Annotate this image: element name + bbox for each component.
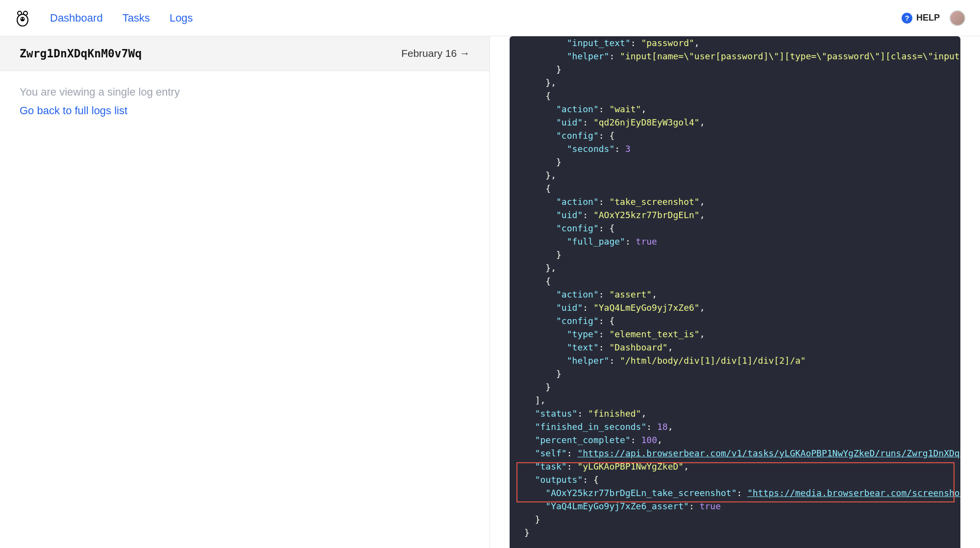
info-text: You are viewing a single log entry [20,86,470,99]
right-panel: "input_text": "password", "helper": "inp… [490,36,980,548]
code-block[interactable]: "input_text": "password", "helper": "inp… [510,36,960,548]
nav-dashboard[interactable]: Dashboard [50,12,103,25]
help-link[interactable]: ? HELP [902,13,940,24]
nav-right: ? HELP [902,10,965,26]
avatar[interactable] [950,10,965,26]
log-header: Zwrg1DnXDqKnM0v7Wq February 16 → [0,36,490,71]
back-link[interactable]: Go back to full logs list [20,104,127,117]
content: Zwrg1DnXDqKnM0v7Wq February 16 → You are… [0,36,980,548]
svg-point-5 [23,18,24,19]
top-navigation: Dashboard Tasks Logs ? HELP [0,0,980,36]
nav-logs[interactable]: Logs [170,12,193,25]
bear-logo-icon [16,9,29,27]
help-icon: ? [902,13,912,24]
svg-point-4 [21,18,22,19]
nav-links: Dashboard Tasks Logs [50,12,193,25]
code-pre: "input_text": "password", "helper": "inp… [524,36,946,539]
logo[interactable] [15,8,30,28]
log-date[interactable]: February 16 → [401,48,470,59]
left-panel: Zwrg1DnXDqKnM0v7Wq February 16 → You are… [0,36,490,548]
nav-tasks[interactable]: Tasks [122,12,150,25]
log-id: Zwrg1DnXDqKnM0v7Wq [20,47,142,60]
svg-point-3 [21,17,25,21]
help-label: HELP [916,13,940,23]
log-body: You are viewing a single log entry Go ba… [0,71,490,132]
